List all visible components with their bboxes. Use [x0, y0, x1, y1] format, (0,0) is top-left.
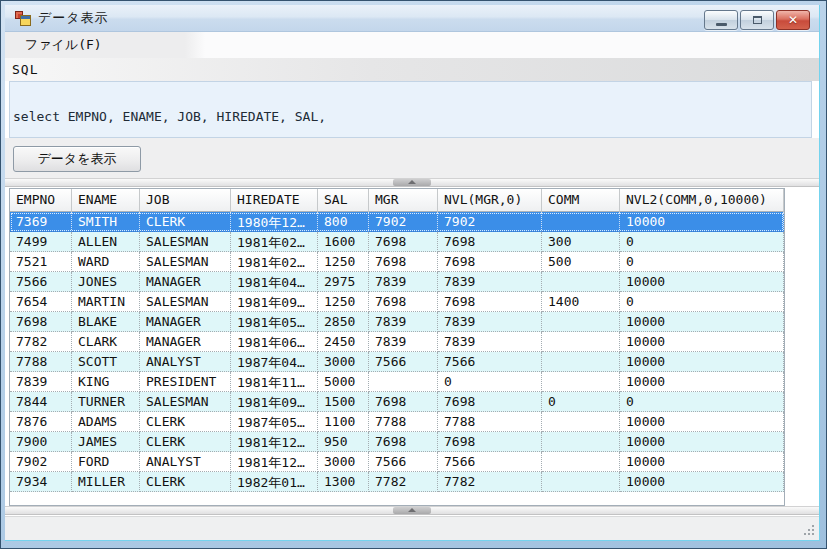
- grid-cell[interactable]: 7698: [438, 252, 542, 272]
- grid-cell[interactable]: 1250: [318, 292, 369, 312]
- splitter-collapse-button[interactable]: [393, 179, 431, 186]
- grid-cell[interactable]: CLERK: [140, 472, 231, 492]
- grid-cell[interactable]: 7876: [10, 412, 72, 432]
- grid-cell[interactable]: 950: [318, 432, 369, 452]
- grid-cell[interactable]: [369, 372, 438, 392]
- close-button[interactable]: ✕: [776, 10, 810, 30]
- grid-cell[interactable]: ADAMS: [72, 412, 140, 432]
- grid-cell[interactable]: 7566: [369, 352, 438, 372]
- grid-cell[interactable]: 7566: [438, 352, 542, 372]
- column-header-nvl-mgr-0-[interactable]: NVL(MGR,0): [438, 189, 542, 212]
- grid-cell[interactable]: 7698: [369, 232, 438, 252]
- grid-cell[interactable]: 7844: [10, 392, 72, 412]
- grid-cell[interactable]: 1400: [542, 292, 620, 312]
- grid-cell[interactable]: 1981年11…: [231, 372, 318, 392]
- grid-cell[interactable]: 7900: [10, 432, 72, 452]
- column-header-comm[interactable]: COMM: [542, 189, 620, 212]
- grid-cell[interactable]: 10000: [620, 272, 784, 292]
- grid-cell[interactable]: 7369: [10, 212, 72, 232]
- grid-cell[interactable]: 1300: [318, 472, 369, 492]
- column-header-sal[interactable]: SAL: [318, 189, 369, 212]
- grid-cell[interactable]: ANALYST: [140, 452, 231, 472]
- grid-cell[interactable]: 10000: [620, 412, 784, 432]
- column-header-ename[interactable]: ENAME: [72, 189, 140, 212]
- grid-row[interactable]: 7876ADAMSCLERK1987年05…11007788778810000: [10, 412, 784, 432]
- grid-cell[interactable]: 7839: [10, 372, 72, 392]
- grid-cell[interactable]: 7698: [438, 432, 542, 452]
- grid-cell[interactable]: BLAKE: [72, 312, 140, 332]
- grid-cell[interactable]: 1987年05…: [231, 412, 318, 432]
- grid-cell[interactable]: [542, 312, 620, 332]
- grid-cell[interactable]: 7839: [438, 272, 542, 292]
- grid-cell[interactable]: TURNER: [72, 392, 140, 412]
- grid-cell[interactable]: CLERK: [140, 412, 231, 432]
- grid-cell[interactable]: [542, 472, 620, 492]
- splitter-collapse-button[interactable]: [393, 507, 431, 514]
- grid-row[interactable]: 7654MARTINSALESMAN1981年09…12507698769814…: [10, 292, 784, 312]
- grid-cell[interactable]: 2975: [318, 272, 369, 292]
- grid-cell[interactable]: 10000: [620, 332, 784, 352]
- grid-row[interactable]: 7369SMITHCLERK1980年12…8007902790210000: [10, 212, 784, 232]
- grid-cell[interactable]: 7566: [369, 452, 438, 472]
- grid-cell[interactable]: 7566: [10, 272, 72, 292]
- grid-cell[interactable]: 500: [542, 252, 620, 272]
- grid-cell[interactable]: CLARK: [72, 332, 140, 352]
- grid-row[interactable]: 7934MILLERCLERK1982年01…13007782778210000: [10, 472, 784, 492]
- grid-cell[interactable]: 1500: [318, 392, 369, 412]
- grid-cell[interactable]: 1100: [318, 412, 369, 432]
- grid-cell[interactable]: 7782: [438, 472, 542, 492]
- grid-cell[interactable]: 7698: [369, 392, 438, 412]
- grid-row[interactable]: 7782CLARKMANAGER1981年06…2450783978391000…: [10, 332, 784, 352]
- grid-cell[interactable]: [542, 452, 620, 472]
- grid-cell[interactable]: [542, 212, 620, 232]
- grid-cell[interactable]: 1981年09…: [231, 292, 318, 312]
- grid-cell[interactable]: 10000: [620, 212, 784, 232]
- grid-cell[interactable]: 7902: [10, 452, 72, 472]
- grid-cell[interactable]: 1981年02…: [231, 252, 318, 272]
- grid-cell[interactable]: 1981年09…: [231, 392, 318, 412]
- grid-cell[interactable]: ANALYST: [140, 352, 231, 372]
- grid-cell[interactable]: 7698: [369, 432, 438, 452]
- grid-row[interactable]: 7521WARDSALESMAN1981年02…1250769876985000: [10, 252, 784, 272]
- grid-row[interactable]: 7566JONESMANAGER1981年04…2975783978391000…: [10, 272, 784, 292]
- show-data-button[interactable]: データを表示: [13, 146, 141, 172]
- minimize-button[interactable]: [704, 10, 738, 30]
- grid-cell[interactable]: [542, 372, 620, 392]
- grid-cell[interactable]: 300: [542, 232, 620, 252]
- grid-cell[interactable]: 5000: [318, 372, 369, 392]
- grid-cell[interactable]: 7934: [10, 472, 72, 492]
- grid-cell[interactable]: SALESMAN: [140, 252, 231, 272]
- grid-cell[interactable]: 7698: [369, 252, 438, 272]
- grid-cell[interactable]: 7698: [369, 292, 438, 312]
- grid-cell[interactable]: 1981年12…: [231, 452, 318, 472]
- grid-cell[interactable]: WARD: [72, 252, 140, 272]
- resize-grip[interactable]: [812, 533, 814, 535]
- grid-cell[interactable]: 7839: [369, 332, 438, 352]
- grid-row[interactable]: 7902FORDANALYST1981年12…30007566756610000: [10, 452, 784, 472]
- column-header-hiredate[interactable]: HIREDATE: [231, 189, 318, 212]
- sql-query-textbox[interactable]: select EMPNO, ENAME, JOB, HIREDATE, SAL,…: [9, 81, 812, 138]
- grid-cell[interactable]: 7902: [438, 212, 542, 232]
- grid-cell[interactable]: MARTIN: [72, 292, 140, 312]
- column-header-nvl2-comm-0-10000-[interactable]: NVL2(COMM,0,10000): [620, 189, 784, 212]
- grid-cell[interactable]: 10000: [620, 372, 784, 392]
- grid-cell[interactable]: 0: [620, 232, 784, 252]
- grid-cell[interactable]: ALLEN: [72, 232, 140, 252]
- data-grid[interactable]: EMPNOENAMEJOBHIREDATESALMGRNVL(MGR,0)COM…: [9, 188, 785, 506]
- column-header-empno[interactable]: EMPNO: [10, 189, 72, 212]
- grid-cell[interactable]: 0: [438, 372, 542, 392]
- grid-cell[interactable]: CLERK: [140, 432, 231, 452]
- grid-cell[interactable]: 7839: [369, 272, 438, 292]
- grid-cell[interactable]: 3000: [318, 352, 369, 372]
- grid-cell[interactable]: 2850: [318, 312, 369, 332]
- grid-cell[interactable]: MANAGER: [140, 332, 231, 352]
- grid-row[interactable]: 7788SCOTTANALYST1987年04…3000756675661000…: [10, 352, 784, 372]
- grid-cell[interactable]: SALESMAN: [140, 232, 231, 252]
- grid-cell[interactable]: [542, 432, 620, 452]
- grid-cell[interactable]: 7499: [10, 232, 72, 252]
- grid-cell[interactable]: 1980年12…: [231, 212, 318, 232]
- grid-cell[interactable]: 10000: [620, 352, 784, 372]
- menu-item-file[interactable]: ファイル(F): [17, 34, 110, 56]
- grid-cell[interactable]: 7839: [369, 312, 438, 332]
- grid-cell[interactable]: 1981年02…: [231, 232, 318, 252]
